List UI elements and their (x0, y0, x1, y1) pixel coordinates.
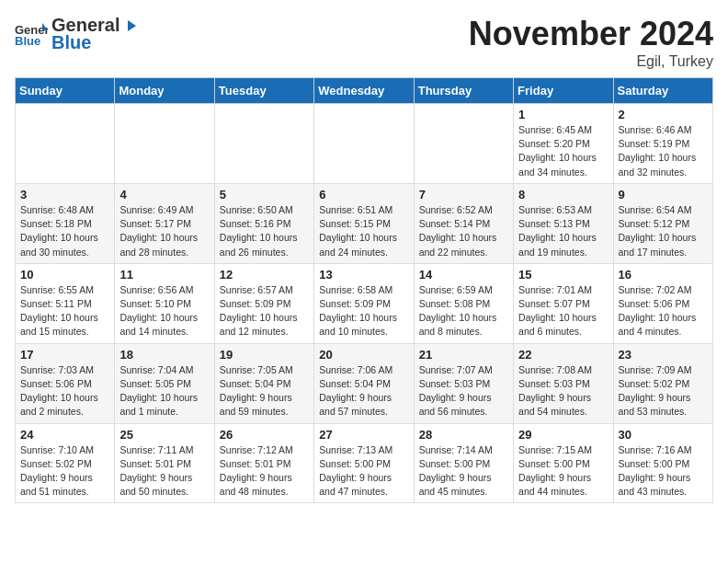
calendar-cell: 14Sunrise: 6:59 AM Sunset: 5:08 PM Dayli… (414, 263, 513, 343)
day-number: 19 (220, 348, 309, 362)
calendar-cell: 4Sunrise: 6:49 AM Sunset: 5:17 PM Daylig… (115, 183, 214, 263)
day-info: Sunrise: 6:54 AM Sunset: 5:12 PM Dayligh… (619, 203, 708, 259)
logo-arrow-icon (120, 19, 137, 32)
calendar-cell: 10Sunrise: 6:55 AM Sunset: 5:11 PM Dayli… (16, 263, 115, 343)
day-info: Sunrise: 7:03 AM Sunset: 5:06 PM Dayligh… (20, 363, 109, 419)
day-number: 11 (119, 268, 209, 282)
day-number: 30 (619, 428, 708, 442)
day-number: 3 (20, 188, 109, 201)
calendar-cell: 6Sunrise: 6:51 AM Sunset: 5:15 PM Daylig… (314, 183, 414, 263)
svg-text:Blue: Blue (15, 34, 40, 47)
day-number: 6 (319, 188, 408, 201)
day-info: Sunrise: 6:56 AM Sunset: 5:10 PM Dayligh… (119, 283, 209, 339)
calendar-cell (414, 104, 513, 184)
calendar-cell: 22Sunrise: 7:08 AM Sunset: 5:03 PM Dayli… (514, 343, 613, 423)
calendar-week-1: 1Sunrise: 6:45 AM Sunset: 5:20 PM Daylig… (16, 104, 713, 184)
calendar-cell: 7Sunrise: 6:52 AM Sunset: 5:14 PM Daylig… (414, 183, 513, 263)
calendar-cell: 26Sunrise: 7:12 AM Sunset: 5:01 PM Dayli… (214, 423, 313, 503)
day-info: Sunrise: 7:02 AM Sunset: 5:06 PM Dayligh… (619, 283, 708, 339)
calendar-cell (314, 104, 414, 184)
day-info: Sunrise: 6:45 AM Sunset: 5:20 PM Dayligh… (518, 123, 608, 179)
calendar-cell: 24Sunrise: 7:10 AM Sunset: 5:02 PM Dayli… (16, 423, 115, 503)
day-number: 23 (619, 348, 708, 362)
calendar-cell: 2Sunrise: 6:46 AM Sunset: 5:19 PM Daylig… (613, 104, 712, 184)
day-number: 13 (319, 268, 408, 282)
day-info: Sunrise: 7:14 AM Sunset: 5:00 PM Dayligh… (419, 443, 508, 500)
day-info: Sunrise: 7:07 AM Sunset: 5:03 PM Dayligh… (419, 363, 508, 419)
logo-icon: General Blue (15, 21, 48, 47)
calendar-cell (115, 104, 214, 184)
day-info: Sunrise: 6:50 AM Sunset: 5:16 PM Dayligh… (220, 203, 309, 259)
calendar-cell: 1Sunrise: 6:45 AM Sunset: 5:20 PM Daylig… (514, 104, 613, 184)
day-info: Sunrise: 6:51 AM Sunset: 5:15 PM Dayligh… (319, 203, 408, 259)
day-info: Sunrise: 7:11 AM Sunset: 5:01 PM Dayligh… (119, 443, 209, 500)
weekday-header-wednesday: Wednesday (314, 78, 414, 104)
day-number: 26 (220, 428, 309, 442)
weekday-header-row: SundayMondayTuesdayWednesdayThursdayFrid… (16, 78, 713, 104)
calendar-week-4: 17Sunrise: 7:03 AM Sunset: 5:06 PM Dayli… (16, 343, 713, 423)
day-number: 1 (518, 108, 608, 121)
day-number: 8 (518, 188, 608, 201)
calendar-cell: 28Sunrise: 7:14 AM Sunset: 5:00 PM Dayli… (414, 423, 513, 503)
calendar-cell: 17Sunrise: 7:03 AM Sunset: 5:06 PM Dayli… (16, 343, 115, 423)
day-number: 27 (319, 428, 408, 442)
calendar-cell: 15Sunrise: 7:01 AM Sunset: 5:07 PM Dayli… (514, 263, 613, 343)
day-info: Sunrise: 6:52 AM Sunset: 5:14 PM Dayligh… (419, 203, 508, 259)
day-info: Sunrise: 7:06 AM Sunset: 5:04 PM Dayligh… (319, 363, 408, 419)
day-info: Sunrise: 6:55 AM Sunset: 5:11 PM Dayligh… (20, 283, 109, 339)
day-number: 7 (419, 188, 508, 201)
day-number: 9 (619, 188, 708, 201)
calendar-cell: 30Sunrise: 7:16 AM Sunset: 5:00 PM Dayli… (613, 423, 712, 503)
svg-marker-3 (128, 20, 136, 31)
day-info: Sunrise: 7:12 AM Sunset: 5:01 PM Dayligh… (220, 443, 309, 500)
day-info: Sunrise: 7:09 AM Sunset: 5:02 PM Dayligh… (619, 363, 708, 419)
day-number: 10 (20, 268, 109, 282)
calendar-cell: 18Sunrise: 7:04 AM Sunset: 5:05 PM Dayli… (115, 343, 214, 423)
day-info: Sunrise: 7:16 AM Sunset: 5:00 PM Dayligh… (619, 443, 708, 500)
month-title: November 2024 (469, 15, 713, 53)
logo: General Blue General Blue (15, 15, 138, 53)
day-number: 28 (419, 428, 508, 442)
calendar-week-5: 24Sunrise: 7:10 AM Sunset: 5:02 PM Dayli… (16, 423, 713, 503)
day-number: 25 (119, 428, 209, 442)
calendar-cell: 8Sunrise: 6:53 AM Sunset: 5:13 PM Daylig… (514, 183, 613, 263)
weekday-header-friday: Friday (514, 78, 613, 104)
calendar-cell: 11Sunrise: 6:56 AM Sunset: 5:10 PM Dayli… (115, 263, 214, 343)
day-number: 21 (419, 348, 508, 362)
day-number: 29 (518, 428, 608, 442)
day-number: 12 (220, 268, 309, 282)
day-info: Sunrise: 7:13 AM Sunset: 5:00 PM Dayligh… (319, 443, 408, 500)
weekday-header-sunday: Sunday (16, 78, 115, 104)
day-number: 24 (20, 428, 109, 442)
calendar-cell: 20Sunrise: 7:06 AM Sunset: 5:04 PM Dayli… (314, 343, 414, 423)
day-info: Sunrise: 7:05 AM Sunset: 5:04 PM Dayligh… (220, 363, 309, 419)
day-info: Sunrise: 7:01 AM Sunset: 5:07 PM Dayligh… (518, 283, 608, 339)
day-number: 4 (119, 188, 209, 201)
day-info: Sunrise: 6:53 AM Sunset: 5:13 PM Dayligh… (518, 203, 608, 259)
day-info: Sunrise: 7:08 AM Sunset: 5:03 PM Dayligh… (518, 363, 608, 419)
title-section: November 2024 Egil, Turkey (469, 15, 713, 70)
calendar-cell (214, 104, 313, 184)
day-number: 15 (518, 268, 608, 282)
day-number: 22 (518, 348, 608, 362)
calendar-cell (16, 104, 115, 184)
day-info: Sunrise: 6:57 AM Sunset: 5:09 PM Dayligh… (220, 283, 309, 339)
day-number: 16 (619, 268, 708, 282)
calendar-cell: 29Sunrise: 7:15 AM Sunset: 5:00 PM Dayli… (514, 423, 613, 503)
calendar-cell: 19Sunrise: 7:05 AM Sunset: 5:04 PM Dayli… (214, 343, 313, 423)
day-number: 5 (220, 188, 309, 201)
calendar-cell: 3Sunrise: 6:48 AM Sunset: 5:18 PM Daylig… (16, 183, 115, 263)
day-number: 18 (119, 348, 209, 362)
calendar-week-3: 10Sunrise: 6:55 AM Sunset: 5:11 PM Dayli… (16, 263, 713, 343)
calendar-cell: 21Sunrise: 7:07 AM Sunset: 5:03 PM Dayli… (414, 343, 513, 423)
calendar-cell: 13Sunrise: 6:58 AM Sunset: 5:09 PM Dayli… (314, 263, 414, 343)
calendar-cell: 5Sunrise: 6:50 AM Sunset: 5:16 PM Daylig… (214, 183, 313, 263)
calendar-cell: 12Sunrise: 6:57 AM Sunset: 5:09 PM Dayli… (214, 263, 313, 343)
location-title: Egil, Turkey (469, 53, 713, 70)
calendar-cell: 23Sunrise: 7:09 AM Sunset: 5:02 PM Dayli… (613, 343, 712, 423)
day-info: Sunrise: 6:58 AM Sunset: 5:09 PM Dayligh… (319, 283, 408, 339)
calendar-cell: 9Sunrise: 6:54 AM Sunset: 5:12 PM Daylig… (613, 183, 712, 263)
day-info: Sunrise: 7:10 AM Sunset: 5:02 PM Dayligh… (20, 443, 109, 500)
day-number: 17 (20, 348, 109, 362)
day-info: Sunrise: 6:48 AM Sunset: 5:18 PM Dayligh… (20, 203, 109, 259)
